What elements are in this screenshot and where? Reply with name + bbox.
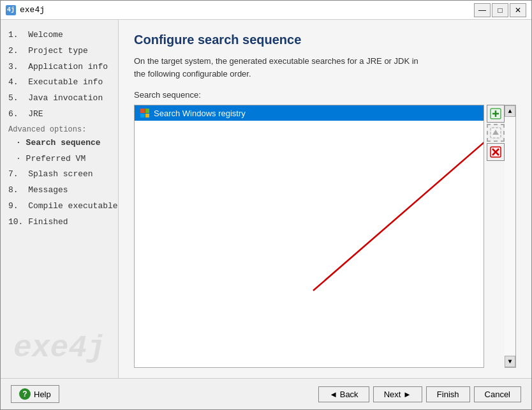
maximize-button[interactable]: □ — [492, 3, 508, 17]
app-icon: 4j — [6, 5, 16, 15]
add-icon — [490, 108, 501, 119]
footer: ? Help ◄ Back Next ► Finish Cancel — [1, 378, 531, 409]
help-icon: ? — [19, 388, 31, 400]
arrow-annotation — [135, 105, 484, 367]
move-up-icon — [490, 127, 501, 139]
sidebar-item-finished[interactable]: 10. Finished — [6, 215, 113, 231]
scroll-track — [505, 117, 515, 356]
title-bar-left: 4j exe4j — [6, 5, 45, 15]
scroll-up-button[interactable]: ▲ — [505, 105, 515, 117]
title-bar: 4j exe4j — □ ✕ — [1, 1, 531, 20]
delete-icon — [490, 146, 501, 158]
search-sequence-label: Search sequence: — [134, 90, 516, 100]
title-bar-controls: — □ ✕ — [474, 3, 526, 17]
help-button[interactable]: ? Help — [11, 385, 59, 403]
sidebar-item-java-invoc[interactable]: 5. Java invocation — [6, 91, 113, 107]
search-sequence-list[interactable]: Search Windows registry — [134, 105, 484, 368]
main-window: 4j exe4j — □ ✕ 1. Welcome 2. Project typ… — [0, 0, 532, 410]
sidebar-item-project-type[interactable]: 2. Project type — [6, 43, 113, 59]
scroll-down-button[interactable]: ▼ — [505, 356, 515, 367]
sidebar-item-splash[interactable]: 7. Splash screen — [6, 167, 113, 183]
back-button[interactable]: ◄ Back — [318, 386, 369, 402]
footer-left: ? Help — [11, 385, 59, 403]
minimize-button[interactable]: — — [474, 3, 491, 17]
sidebar-item-app-info[interactable]: 3. Application info — [6, 59, 113, 75]
sidebar: 1. Welcome 2. Project type 3. Applicatio… — [1, 20, 119, 378]
next-button[interactable]: Next ► — [373, 386, 422, 402]
watermark: exe4j — [13, 331, 105, 365]
sidebar-item-messages[interactable]: 8. Messages — [6, 183, 113, 199]
main-panel: Configure search sequence On the target … — [119, 20, 531, 378]
side-buttons — [484, 105, 505, 368]
search-sequence-area: Search Windows registry — [134, 105, 516, 368]
finish-button[interactable]: Finish — [426, 386, 470, 402]
sidebar-item-preferred-vm[interactable]: · Preferred VM — [6, 151, 113, 167]
list-item-registry[interactable]: Search Windows registry — [135, 105, 484, 121]
add-item-button[interactable] — [487, 105, 505, 123]
sidebar-item-search-sequence[interactable]: · Search sequence — [6, 135, 113, 151]
list-item-label: Search Windows registry — [154, 109, 246, 118]
footer-right: ◄ Back Next ► Finish Cancel — [318, 386, 521, 402]
page-title: Configure search sequence — [134, 33, 516, 47]
scrollbar[interactable]: ▲ ▼ — [505, 105, 516, 368]
sidebar-item-welcome[interactable]: 1. Welcome — [6, 27, 113, 43]
sidebar-item-exe-info[interactable]: 4. Executable info — [6, 75, 113, 91]
cancel-button[interactable]: Cancel — [474, 386, 521, 402]
svg-line-1 — [313, 125, 484, 291]
window-title: exe4j — [20, 5, 45, 15]
advanced-options-label: Advanced options: — [6, 123, 113, 135]
windows-registry-icon — [140, 108, 150, 118]
move-up-button[interactable] — [487, 124, 505, 142]
content-area: 1. Welcome 2. Project type 3. Applicatio… — [1, 20, 531, 378]
delete-item-button[interactable] — [487, 143, 505, 161]
sidebar-item-jre[interactable]: 6. JRE — [6, 107, 113, 123]
sidebar-item-compile[interactable]: 9. Compile executable — [6, 199, 113, 215]
page-description: On the target system, the generated exec… — [134, 55, 516, 80]
close-button[interactable]: ✕ — [510, 3, 526, 17]
